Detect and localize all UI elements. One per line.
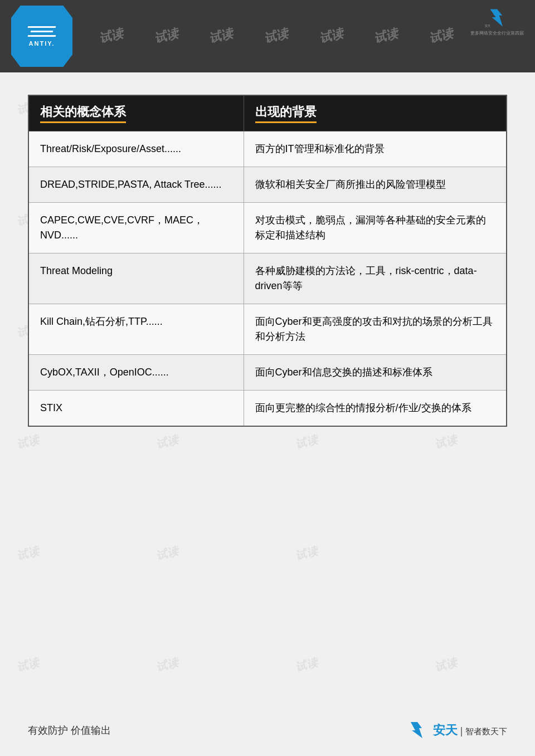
footer: 有效防护 价值输出 安天 | 智者数天下 — [0, 721, 535, 739]
table-row: STIX面向更完整的综合性的情报分析/作业/交换的体系 — [28, 391, 507, 427]
table-row: CAPEC,CWE,CVE,CVRF，MAEC，NVD......对攻击模式，脆… — [28, 203, 507, 253]
table-row: Threat Modeling各种威胁建模的方法论，工具，risk-centri… — [28, 253, 507, 304]
header-watermarks: 试读 试读 试读 试读 试读 试读 试读 — [0, 0, 535, 72]
table-cell-right-5: 面向Cyber和信息交换的描述和标准体系 — [244, 355, 507, 391]
table-cell-left-1: DREAD,STRIDE,PASTA, Attack Tree...... — [28, 167, 244, 203]
wm-3: 试读 — [207, 25, 235, 47]
wm-7: 试读 — [427, 25, 455, 47]
wm-body-22: 试读 — [154, 655, 180, 675]
footer-left-text: 有效防护 价值输出 — [28, 724, 111, 737]
table-row: Threat/Risk/Exposure/Asset......西方的IT管理和… — [28, 131, 507, 167]
wm-5: 试读 — [317, 25, 344, 47]
col1-header: 相关的概念体系 — [28, 95, 244, 131]
footer-brand-container: 安天 | 智者数天下 — [433, 722, 507, 739]
wm-body-18: 试读 — [15, 543, 41, 563]
footer-logo-icon — [405, 721, 430, 739]
logo-line-3 — [28, 35, 56, 37]
table-cell-left-5: CybOX,TAXII，OpenIOC...... — [28, 355, 244, 391]
table-row: CybOX,TAXII，OpenIOC......面向Cyber和信息交换的描述… — [28, 355, 507, 391]
table-cell-right-3: 各种威胁建模的方法论，工具，risk-centric，data-driven等等 — [244, 253, 507, 304]
wm-body-20: 试读 — [294, 543, 319, 563]
logo: ANTIY. — [11, 6, 72, 67]
top-right-emblem-icon: 安天 — [483, 8, 511, 28]
table-cell-right-6: 面向更完整的综合性的情报分析/作业/交换的体系 — [244, 391, 507, 427]
table-cell-right-0: 西方的IT管理和标准化的背景 — [244, 131, 507, 167]
table-cell-right-4: 面向Cyber和更高强度的攻击和对抗的场景的分析工具和分析方法 — [244, 304, 507, 355]
svg-text:安天: 安天 — [485, 24, 490, 27]
table-cell-left-0: Threat/Risk/Exposure/Asset...... — [28, 131, 244, 167]
footer-brand-main: 安天 — [433, 723, 458, 737]
logo-lines — [28, 26, 56, 37]
wm-body-19: 试读 — [154, 543, 180, 563]
col1-header-text: 相关的概念体系 — [40, 104, 126, 123]
content-table: 相关的概念体系 出现的背景 Threat/Risk/Exposure/Asset… — [28, 95, 507, 427]
table-cell-left-4: Kill Chain,钻石分析,TTP...... — [28, 304, 244, 355]
table-row: Kill Chain,钻石分析,TTP......面向Cyber和更高强度的攻击… — [28, 304, 507, 355]
table-cell-left-2: CAPEC,CWE,CVE,CVRF，MAEC，NVD...... — [28, 203, 244, 253]
table-cell-right-2: 对攻击模式，脆弱点，漏洞等各种基础的安全元素的标定和描述结构 — [244, 203, 507, 253]
top-right-logo: 安天 更多网络安全全行业第四届 — [470, 8, 524, 36]
logo-line-1 — [28, 26, 56, 28]
footer-pipe: | — [460, 725, 463, 737]
logo-line-2 — [31, 31, 54, 32]
footer-brand-sub: 智者数天下 — [465, 726, 507, 736]
header: ANTIY. 试读 试读 试读 试读 试读 试读 试读 安天 更多网络安全全行业… — [0, 0, 535, 72]
wm-body-21: 试读 — [15, 655, 41, 675]
wm-4: 试读 — [262, 25, 290, 47]
svg-marker-0 — [490, 9, 503, 27]
table-row: DREAD,STRIDE,PASTA, Attack Tree......微软和… — [28, 167, 507, 203]
table-cell-left-3: Threat Modeling — [28, 253, 244, 304]
main-content: 相关的概念体系 出现的背景 Threat/Risk/Exposure/Asset… — [0, 72, 535, 449]
wm-1: 试读 — [97, 25, 125, 47]
wm-2: 试读 — [152, 25, 180, 47]
wm-body-23: 试读 — [294, 655, 319, 675]
table-cell-left-6: STIX — [28, 391, 244, 427]
svg-marker-2 — [411, 722, 422, 738]
col2-header: 出现的背景 — [244, 95, 507, 131]
footer-right: 安天 | 智者数天下 — [405, 721, 507, 739]
col2-header-text: 出现的背景 — [255, 104, 317, 123]
table-cell-right-1: 微软和相关安全厂商所推出的风险管理模型 — [244, 167, 507, 203]
wm-6: 试读 — [372, 25, 400, 47]
wm-body-24: 试读 — [433, 655, 459, 675]
top-right-subtitle: 更多网络安全全行业第四届 — [470, 30, 524, 36]
logo-text: ANTIY. — [29, 40, 55, 47]
